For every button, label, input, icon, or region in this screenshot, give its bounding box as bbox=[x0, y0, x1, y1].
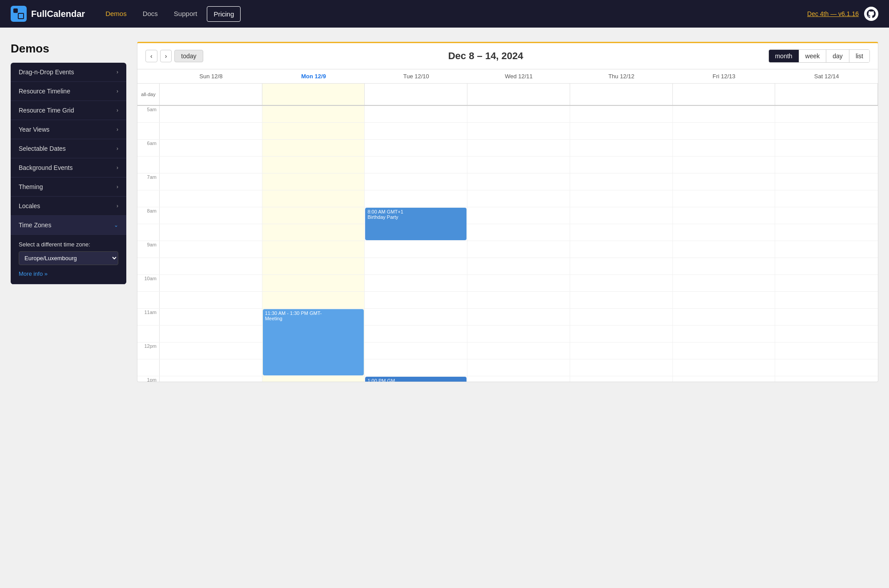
time-cell bbox=[673, 123, 776, 139]
nav-docs[interactable]: Docs bbox=[137, 6, 164, 22]
time-cell bbox=[673, 157, 776, 173]
sidebar-item-theming[interactable]: Theming › bbox=[11, 177, 126, 197]
sidebar-item-locales[interactable]: Locales › bbox=[11, 197, 126, 216]
timezone-more-link[interactable]: More info » bbox=[19, 270, 48, 277]
nav-support[interactable]: Support bbox=[168, 6, 204, 22]
time-cell bbox=[673, 376, 776, 382]
time-label bbox=[137, 190, 160, 207]
time-cell bbox=[570, 342, 673, 359]
time-label: 5am bbox=[137, 106, 160, 122]
time-cell bbox=[775, 359, 878, 376]
allday-cell-fri bbox=[673, 84, 776, 105]
today-button[interactable]: today bbox=[174, 50, 203, 62]
time-cell bbox=[467, 173, 570, 190]
nav-demos[interactable]: Demos bbox=[99, 6, 133, 22]
time-cell bbox=[160, 173, 262, 190]
time-cell bbox=[262, 292, 365, 308]
time-cell: 11:30 AM - 1:30 PM GMT- Meeting bbox=[262, 309, 365, 325]
time-cell bbox=[570, 190, 673, 207]
time-cell bbox=[570, 207, 673, 224]
sidebar-item-selectable-dates[interactable]: Selectable Dates › bbox=[11, 139, 126, 158]
logo-icon bbox=[11, 6, 27, 22]
time-cell bbox=[467, 258, 570, 274]
time-label: 6am bbox=[137, 140, 160, 156]
time-cell bbox=[365, 342, 467, 359]
next-button[interactable]: › bbox=[160, 50, 172, 62]
time-event[interactable]: 11:30 AM - 1:30 PM GMT- Meeting bbox=[263, 309, 364, 375]
sidebar-item-year-views[interactable]: Year Views › bbox=[11, 120, 126, 139]
sidebar-item-background-events[interactable]: Background Events › bbox=[11, 158, 126, 177]
time-cell: 8:00 AM GMT+1 Birthday Party bbox=[365, 207, 467, 224]
time-label bbox=[137, 157, 160, 173]
sidebar-item-resource-time-grid-label: Resource Time Grid bbox=[19, 107, 74, 114]
logo[interactable]: FullCalendar bbox=[11, 6, 85, 22]
day-header-sat: Sat 12/14 bbox=[775, 69, 878, 83]
prev-button[interactable]: ‹ bbox=[145, 50, 157, 62]
time-label: 9am bbox=[137, 241, 160, 258]
time-cell bbox=[160, 224, 262, 241]
sidebar-item-selectable-dates-label: Selectable Dates bbox=[19, 145, 66, 152]
calendar: ‹ › today Dec 8 – 14, 2024 month week da… bbox=[137, 42, 878, 382]
time-cell bbox=[467, 275, 570, 291]
sidebar-item-drag-n-drop[interactable]: Drag-n-Drop Events › bbox=[11, 63, 126, 82]
sidebar-item-locales-label: Locales bbox=[19, 202, 40, 209]
allday-cell-wed bbox=[467, 84, 570, 105]
allday-event-long[interactable]: Long Event bbox=[160, 85, 363, 94]
nav-pricing[interactable]: Pricing bbox=[207, 6, 241, 22]
time-cell bbox=[365, 190, 467, 207]
time-event[interactable]: 8:00 AM GMT+1 Birthday Party bbox=[365, 208, 467, 240]
chevron-right-icon: › bbox=[117, 184, 118, 190]
time-cell bbox=[160, 157, 262, 173]
chevron-right-icon: › bbox=[117, 145, 118, 152]
view-list-button[interactable]: list bbox=[849, 50, 869, 62]
time-cell bbox=[775, 106, 878, 122]
sidebar-item-resource-time-grid[interactable]: Resource Time Grid › bbox=[11, 101, 126, 120]
time-label: 8am bbox=[137, 207, 160, 224]
time-cell bbox=[467, 190, 570, 207]
sidebar-item-resource-timeline[interactable]: Resource Timeline › bbox=[11, 82, 126, 101]
time-cell bbox=[570, 123, 673, 139]
time-cell bbox=[160, 258, 262, 274]
time-label: 1pm bbox=[137, 376, 160, 382]
time-event[interactable]: 1:00 PM GM Lunch bbox=[365, 377, 467, 382]
time-cell bbox=[467, 123, 570, 139]
time-cell bbox=[365, 359, 467, 376]
time-row bbox=[137, 326, 878, 342]
time-cell bbox=[775, 376, 878, 382]
github-icon[interactable] bbox=[864, 7, 878, 21]
time-cell bbox=[262, 258, 365, 274]
time-cell bbox=[262, 123, 365, 139]
sidebar: Demos Drag-n-Drop Events › Resource Time… bbox=[11, 42, 126, 382]
time-cell bbox=[365, 241, 467, 258]
time-label: 7am bbox=[137, 173, 160, 190]
time-cell bbox=[673, 342, 776, 359]
view-day-button[interactable]: day bbox=[826, 50, 849, 62]
day-headers: Sun 12/8 Mon 12/9 Tue 12/10 Wed 12/11 Th… bbox=[137, 69, 878, 84]
view-week-button[interactable]: week bbox=[799, 50, 827, 62]
allday-event-conference[interactable]: Conference bbox=[160, 95, 363, 104]
time-label bbox=[137, 292, 160, 308]
time-row: 11am11:30 AM - 1:30 PM GMT- Meeting bbox=[137, 309, 878, 326]
day-header-wed: Wed 12/11 bbox=[467, 69, 570, 83]
time-cell bbox=[673, 326, 776, 342]
sidebar-item-time-zones[interactable]: Time Zones ⌄ bbox=[11, 216, 126, 235]
timezone-select[interactable]: Europe/Luxembourg UTC America/New_York A… bbox=[19, 251, 118, 265]
time-cell bbox=[262, 275, 365, 291]
time-cell bbox=[262, 241, 365, 258]
time-label: 12pm bbox=[137, 342, 160, 359]
view-month-button[interactable]: month bbox=[769, 50, 799, 62]
time-row: 5am bbox=[137, 106, 878, 123]
chevron-right-icon: › bbox=[117, 203, 118, 209]
time-cell bbox=[775, 123, 878, 139]
time-cell bbox=[365, 275, 467, 291]
time-row bbox=[137, 123, 878, 140]
navbar: FullCalendar Demos Docs Support Pricing … bbox=[0, 0, 889, 28]
time-cell bbox=[262, 106, 365, 122]
time-cell bbox=[160, 359, 262, 376]
navbar-right: Dec 4th — v6.1.16 bbox=[807, 7, 878, 21]
time-cell bbox=[775, 190, 878, 207]
version-text[interactable]: Dec 4th — v6.1.16 bbox=[807, 10, 859, 17]
time-cell bbox=[262, 173, 365, 190]
chevron-right-icon: › bbox=[117, 69, 118, 75]
allday-row: all-day Long Event Conference bbox=[137, 84, 878, 106]
